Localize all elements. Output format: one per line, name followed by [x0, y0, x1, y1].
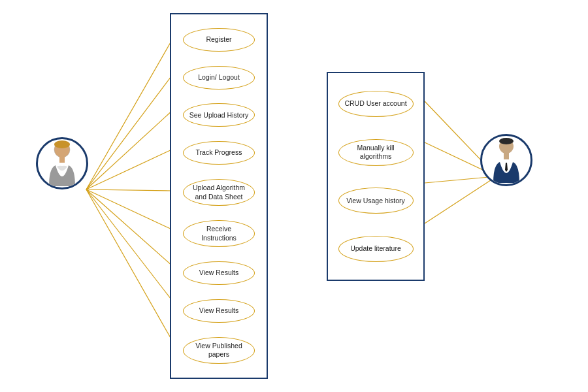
right-box: CRUD User account Manually kill algorith… [327, 72, 425, 281]
svg-point-17 [499, 138, 514, 144]
svg-line-0 [86, 38, 173, 189]
oval-register: Register [183, 28, 255, 52]
oval-manually-kill: Manually kill algorithms [338, 139, 414, 166]
oval-track-progress: Track Progress [183, 141, 255, 165]
svg-line-1 [86, 74, 173, 189]
admin-icon [487, 137, 526, 183]
oval-view-published: View Published papers [183, 337, 255, 364]
oval-see-upload-history: See Upload History [183, 103, 255, 127]
oval-upload-algorithm: Upload Algorithm and Data Sheet [183, 179, 255, 206]
oval-login: Login/ Logout [183, 66, 255, 90]
oval-update-literature: Update literature [338, 236, 414, 262]
oval-crud-user: CRUD User account [338, 91, 414, 117]
connection-lines [0, 0, 588, 392]
svg-line-6 [86, 189, 173, 267]
svg-point-14 [54, 140, 70, 148]
right-actor-circle [480, 134, 532, 186]
svg-line-7 [86, 189, 173, 302]
svg-line-4 [86, 189, 173, 191]
svg-line-8 [86, 189, 173, 342]
oval-view-results-2: View Results [183, 299, 255, 323]
oval-receive-instructions: Receive Instructions [183, 220, 255, 247]
center-box: Register Login/ Logout See Upload Histor… [170, 13, 268, 379]
oval-view-results-1: View Results [183, 261, 255, 285]
svg-line-2 [86, 110, 173, 189]
svg-rect-18 [504, 153, 509, 159]
left-actor [33, 137, 91, 189]
oval-view-usage: View Usage history [338, 188, 414, 214]
user-icon [42, 140, 82, 186]
right-actor [477, 134, 536, 186]
left-actor-circle [36, 137, 88, 189]
svg-rect-15 [59, 156, 65, 163]
svg-line-5 [86, 189, 173, 230]
diagram-container: Register Login/ Logout See Upload Histor… [0, 0, 588, 392]
svg-line-3 [86, 149, 173, 189]
